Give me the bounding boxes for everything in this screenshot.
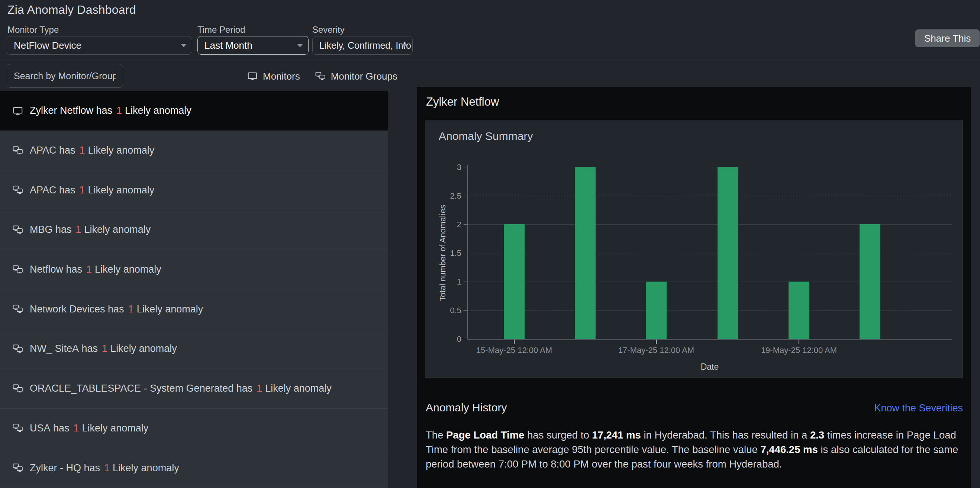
share-this-button[interactable]: Share This — [915, 29, 980, 47]
caret-down-icon — [401, 44, 407, 47]
y-tick-label: 0.5 — [425, 306, 461, 316]
anomaly-count: 1 — [80, 185, 85, 196]
monitor-list-item[interactable]: Netflow has1Likely anomaly — [0, 250, 388, 290]
monitor-group-icon — [315, 71, 326, 82]
anomaly-count: 1 — [80, 145, 85, 156]
monitor-type-dropdown[interactable]: NetFlow Device — [7, 36, 192, 55]
severity-label: Severity — [312, 24, 345, 35]
tab-label: Monitor Groups — [331, 71, 398, 82]
y-tick — [464, 196, 467, 196]
monitor-name: MBG has — [30, 224, 72, 236]
history-bold-value: 2.3 — [810, 429, 824, 441]
caret-down-icon — [297, 44, 303, 47]
history-text: has surged to — [524, 429, 592, 441]
tab-monitor-groups[interactable]: Monitor Groups — [315, 71, 398, 82]
x-tick-label: 15-May-25 12:00 AM — [455, 346, 574, 355]
monitor-group-icon — [12, 264, 24, 275]
monitor-name: Zylker - HQ has — [30, 462, 100, 474]
x-tick-label: 17-May-25 12:00 AM — [597, 346, 716, 355]
y-tick-label: 0 — [425, 334, 461, 344]
anomaly-count: 1 — [116, 105, 122, 116]
search-input[interactable] — [7, 64, 123, 88]
monitor-list-item[interactable]: APAC has1Likely anomaly — [0, 171, 388, 210]
anomaly-suffix: Likely anomaly — [84, 224, 151, 236]
monitor-list-item[interactable]: NW_ SiteA has1Likely anomaly — [0, 329, 388, 369]
monitor-list-item[interactable]: Network Devices has1Likely anomaly — [0, 289, 388, 329]
anomaly-summary-card: Anomaly Summary 00.511.522.5315-May-25 1… — [425, 120, 963, 378]
know-the-severities-link[interactable]: Know the Severities — [874, 402, 963, 414]
y-tick — [464, 167, 467, 167]
anomaly-history-title: Anomaly History — [426, 401, 507, 414]
monitor-name: Netflow has — [30, 264, 82, 275]
history-text: The — [426, 429, 446, 441]
monitor-list: Zylker Netflow has1Likely anomalyAPAC ha… — [0, 91, 388, 488]
monitor-group-icon — [12, 145, 24, 156]
anomaly-suffix: Likely anomaly — [265, 383, 332, 394]
anomaly-bar — [789, 282, 809, 339]
monitor-group-icon — [12, 185, 24, 196]
anomaly-count: 1 — [128, 303, 134, 315]
monitor-icon — [247, 71, 258, 82]
y-tick — [464, 224, 467, 225]
time-period-value: Last Month — [204, 40, 253, 51]
anomaly-bar — [718, 167, 738, 339]
anomaly-count: 1 — [256, 383, 262, 394]
monitor-group-icon — [12, 383, 24, 394]
monitor-group-icon — [12, 423, 24, 434]
monitor-group-icon — [12, 303, 24, 315]
y-tick — [464, 310, 467, 311]
tab-label: Monitors — [263, 71, 300, 82]
gridline — [467, 167, 952, 167]
time-period-dropdown[interactable]: Last Month — [197, 36, 309, 55]
monitor-group-icon — [12, 224, 24, 236]
anomaly-count: 1 — [102, 343, 107, 354]
history-text: in Hyderabad. This has resulted in a — [641, 429, 810, 441]
anomaly-bar — [646, 282, 667, 339]
monitor-group-icon — [12, 462, 24, 474]
y-tick-label: 3 — [425, 163, 461, 172]
anomaly-bar — [859, 224, 880, 339]
monitor-name: Zylker Netflow has — [30, 105, 112, 116]
monitor-name: NW_ SiteA has — [30, 343, 98, 354]
anomaly-count: 1 — [76, 224, 81, 236]
monitor-list-item[interactable]: ORACLE_TABLESPACE - System Generated has… — [0, 369, 388, 409]
monitor-list-item[interactable]: USA has1Likely anomaly — [0, 409, 388, 448]
monitor-group-icon — [12, 343, 24, 354]
monitor-name: APAC has — [30, 145, 75, 156]
monitor-list-item[interactable]: MBG has1Likely anomaly — [0, 210, 388, 250]
anomaly-suffix: Likely anomaly — [95, 264, 161, 275]
y-axis-title: Total number of Anomalies — [438, 204, 448, 301]
monitor-icon — [12, 105, 24, 116]
history-bold-value: 17,241 ms — [592, 429, 641, 441]
monitor-type-value: NetFlow Device — [14, 40, 81, 51]
monitor-name: APAC has — [30, 185, 75, 196]
monitor-list-item[interactable]: APAC has1Likely anomaly — [0, 131, 388, 171]
anomaly-summary-chart: 00.511.522.5315-May-25 12:00 AM17-May-25… — [425, 120, 962, 377]
x-tick — [656, 340, 657, 344]
monitor-list-item[interactable]: Zylker Netflow has1Likely anomaly — [0, 91, 388, 131]
page-title: Zia Anomaly Dashboard — [8, 0, 136, 19]
tab-monitors[interactable]: Monitors — [247, 71, 300, 82]
anomaly-bar — [504, 224, 525, 339]
monitor-name: ORACLE_TABLESPACE - System Generated has — [30, 383, 253, 394]
section-divider — [0, 61, 980, 61]
y-tick-label: 2.5 — [425, 191, 461, 201]
monitor-list-item[interactable]: Zylker - HQ has1Likely anomaly — [0, 448, 388, 488]
anomaly-suffix: Likely anomaly — [110, 343, 177, 354]
x-tick — [514, 340, 514, 344]
view-tabs: Monitors Monitor Groups — [247, 69, 398, 84]
monitor-name: Network Devices has — [30, 303, 124, 315]
x-axis-line — [467, 339, 952, 340]
anomaly-history-text: The Page Load Time has surged to 17,241 … — [426, 428, 966, 471]
anomaly-suffix: Likely anomaly — [113, 462, 179, 474]
anomaly-suffix: Likely anomaly — [88, 145, 155, 156]
severity-dropdown[interactable]: Likely, Confirmed, Info — [312, 36, 413, 55]
y-axis-line — [467, 165, 468, 339]
anomaly-suffix: Likely anomaly — [82, 423, 149, 434]
monitor-type-label: Monitor Type — [8, 24, 59, 35]
anomaly-suffix: Likely anomaly — [88, 185, 155, 196]
anomaly-count: 1 — [104, 462, 110, 474]
y-tick — [464, 339, 467, 339]
header-bar: Zia Anomaly Dashboard — [0, 0, 980, 19]
anomaly-suffix: Likely anomaly — [137, 303, 204, 315]
